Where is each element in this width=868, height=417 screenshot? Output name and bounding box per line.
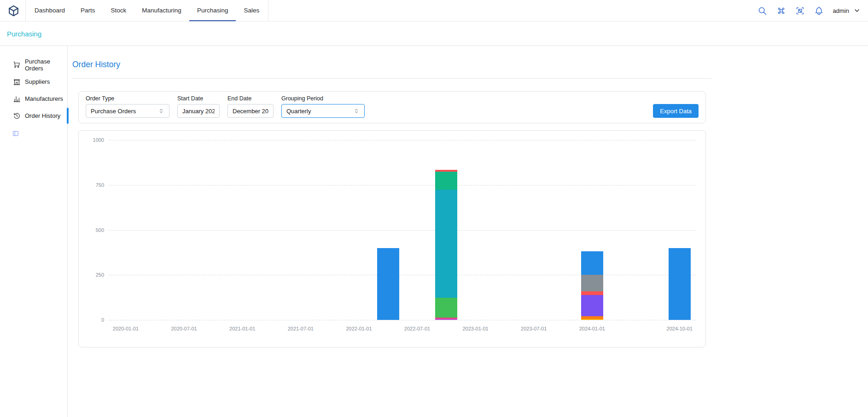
history-icon: [13, 112, 21, 120]
order-type-label: Order Type: [86, 95, 169, 102]
x-axis-tick-label: 2024-01-01: [571, 326, 613, 331]
selector-icon: [353, 108, 360, 114]
grouping-period-field: Grouping Period Quarterly: [281, 95, 365, 118]
chart-bar-segment[interactable]: [581, 291, 603, 295]
order-type-value: Purchase Orders: [91, 108, 136, 115]
grouping-period-label: Grouping Period: [281, 95, 365, 102]
x-axis-tick-label: 2023-07-01: [513, 326, 554, 331]
command-icon[interactable]: [776, 6, 786, 16]
chart-bar-segment[interactable]: [581, 316, 603, 319]
y-axis-tick-label: 250: [79, 272, 104, 278]
purchasing-sidebar: Purchase Orders Suppliers Manufacturers: [0, 46, 68, 417]
chart-bar-segment[interactable]: [669, 248, 691, 320]
x-axis-tick-label: 2022-07-01: [396, 326, 438, 331]
y-axis-tick-label: 750: [79, 182, 104, 188]
chart-gridline: [109, 185, 696, 185]
chart-bar-segment[interactable]: [581, 319, 603, 320]
x-axis-tick-label: 2020-07-01: [163, 326, 205, 331]
export-data-button[interactable]: Export Data: [653, 104, 699, 118]
sidebar-item-suppliers[interactable]: Suppliers: [0, 73, 67, 90]
app-logo[interactable]: [7, 0, 20, 21]
chart-bar-segment[interactable]: [435, 298, 457, 318]
page-layout: Purchase Orders Suppliers Manufacturers: [0, 46, 868, 417]
chart-bar-segment[interactable]: [377, 248, 399, 320]
chart-gridline: [109, 140, 696, 140]
end-date-input[interactable]: [227, 104, 274, 118]
top-navbar: Dashboard Parts Stock Manufacturing Purc…: [0, 0, 868, 22]
sidebar-collapse-icon[interactable]: [12, 130, 19, 137]
title-divider: [72, 78, 711, 79]
factory-chart-icon: [13, 95, 21, 103]
nav-tab-purchasing[interactable]: Purchasing: [189, 0, 236, 21]
grouping-period-value: Quarterly: [286, 108, 311, 115]
x-axis-tick-label: 2024-10-01: [659, 326, 700, 331]
page-title: Order History: [72, 60, 868, 70]
x-axis-tick-label: 2021-01-01: [221, 326, 263, 331]
start-date-field: Start Date: [177, 95, 220, 118]
end-date-label: End Date: [227, 95, 274, 102]
sidebar-item-order-history[interactable]: Order History: [0, 107, 67, 124]
start-date-input[interactable]: [177, 104, 220, 118]
inventree-logo-icon: [7, 5, 20, 17]
chart-bar-segment[interactable]: [581, 275, 603, 291]
shopping-cart-icon: [13, 61, 21, 69]
filter-panel: Order Type Purchase Orders Start Date En…: [78, 91, 706, 123]
sidebar-item-label: Order History: [25, 112, 60, 119]
chart-gridline: [109, 230, 696, 231]
search-icon[interactable]: [757, 6, 767, 16]
grouping-period-select[interactable]: Quarterly: [281, 104, 365, 118]
username-label: admin: [833, 7, 849, 14]
sidebar-item-label: Manufacturers: [25, 95, 63, 102]
x-axis-tick-label: 2022-01-01: [338, 326, 379, 331]
y-axis-tick-label: 500: [79, 227, 104, 233]
chart-bar-segment[interactable]: [435, 170, 457, 172]
main-nav-tabs: Dashboard Parts Stock Manufacturing Purc…: [25, 0, 268, 21]
order-type-field: Order Type Purchase Orders: [86, 95, 169, 118]
navbar-actions: admin: [757, 0, 861, 21]
chart-bar-segment[interactable]: [435, 318, 457, 319]
x-axis-tick-label: 2020-01-01: [105, 326, 146, 331]
user-menu[interactable]: admin: [833, 7, 861, 14]
nav-tab-dashboard[interactable]: Dashboard: [27, 0, 73, 21]
chart-gridline: [109, 275, 696, 275]
chart-gridline: [109, 320, 696, 320]
nav-tab-manufacturing[interactable]: Manufacturing: [134, 0, 189, 21]
x-axis-tick-label: 2021-07-01: [280, 326, 321, 331]
end-date-field: End Date: [227, 95, 274, 118]
order-type-select[interactable]: Purchase Orders: [86, 104, 169, 118]
main-content: Order History Order Type Purchase Orders…: [68, 46, 868, 417]
barcode-scan-icon[interactable]: [795, 6, 805, 16]
sidebar-item-purchase-orders[interactable]: Purchase Orders: [0, 56, 67, 73]
selector-icon: [158, 108, 164, 114]
chevron-down-icon: [853, 7, 861, 14]
start-date-label: Start Date: [177, 95, 220, 102]
chart-plot: 025050075010002020-01-012020-07-012021-0…: [79, 131, 705, 347]
x-axis-tick-label: 2023-01-01: [455, 326, 496, 331]
bell-icon[interactable]: [814, 6, 824, 16]
sidebar-item-manufacturers[interactable]: Manufacturers: [0, 90, 67, 107]
chart-bar-segment[interactable]: [435, 319, 457, 320]
breadcrumb-bar: Purchasing: [0, 22, 868, 46]
chart-bar-segment[interactable]: [581, 251, 603, 275]
chart-bar-segment[interactable]: [435, 172, 457, 190]
building-store-icon: [13, 78, 21, 86]
y-axis-tick-label: 1000: [79, 137, 104, 143]
order-history-chart-card: 025050075010002020-01-012020-07-012021-0…: [78, 130, 706, 348]
nav-tab-parts[interactable]: Parts: [73, 0, 103, 21]
nav-tab-stock[interactable]: Stock: [103, 0, 134, 21]
chart-bar-segment[interactable]: [581, 295, 603, 316]
sidebar-item-label: Suppliers: [25, 78, 50, 85]
nav-tab-sales[interactable]: Sales: [236, 0, 267, 21]
y-axis-tick-label: 0: [79, 317, 104, 323]
breadcrumb[interactable]: Purchasing: [7, 30, 41, 38]
chart-bar-segment[interactable]: [435, 190, 457, 298]
sidebar-item-label: Purchase Orders: [25, 58, 67, 72]
